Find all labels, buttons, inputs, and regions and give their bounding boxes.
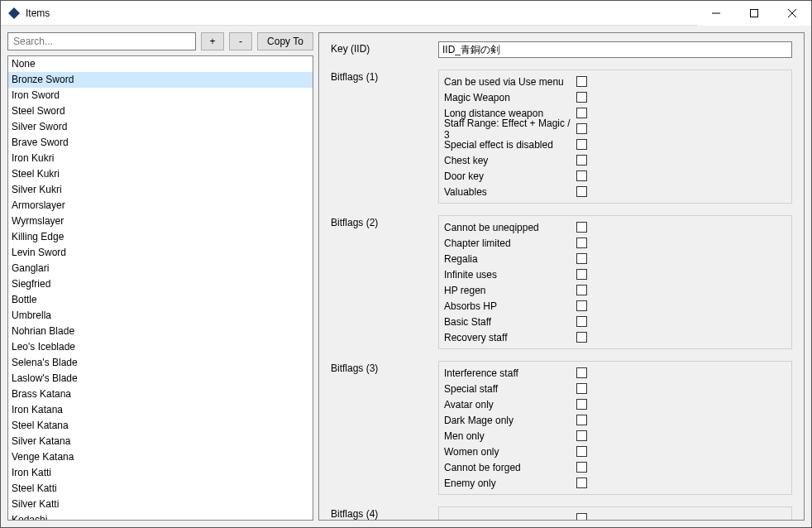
flag-checkbox[interactable]: [576, 415, 587, 425]
list-item[interactable]: Steel Katana: [8, 418, 313, 434]
list-item[interactable]: Bronze Sword: [8, 72, 313, 88]
list-item[interactable]: Iron Kukri: [8, 151, 313, 166]
list-item[interactable]: Umbrella: [8, 308, 313, 324]
list-item[interactable]: Iron Katana: [8, 402, 313, 418]
flag-checkbox[interactable]: [576, 332, 587, 343]
flag-row: Avatar only: [444, 396, 786, 412]
list-item[interactable]: Selena's Blade: [8, 355, 313, 371]
list-item[interactable]: Silver Sword: [8, 119, 313, 135]
list-item[interactable]: Laslow's Blade: [8, 371, 313, 386]
flag-group: Can be used via Use menuMagic WeaponLong…: [438, 70, 792, 204]
flag-checkbox[interactable]: [576, 186, 587, 197]
list-item[interactable]: Brave Sword: [8, 135, 313, 151]
flag-label: Avatar only: [444, 399, 576, 410]
list-item[interactable]: Wyrmslayer: [8, 214, 313, 229]
bitflags-row: Bitflags (4): [331, 506, 792, 521]
flag-row: Special staff: [444, 381, 786, 396]
flag-label: Chest key: [444, 155, 576, 166]
flag-checkbox[interactable]: [576, 300, 587, 311]
flag-label: Recovery staff: [444, 332, 576, 343]
flag-checkbox[interactable]: [576, 285, 587, 295]
list-item[interactable]: Leo's Iceblade: [8, 339, 313, 355]
flag-checkbox[interactable]: [576, 446, 587, 457]
flag-checkbox[interactable]: [576, 222, 587, 233]
flag-row: HP regen: [444, 282, 786, 298]
flag-checkbox[interactable]: [576, 238, 587, 248]
flag-checkbox[interactable]: [576, 478, 587, 488]
list-item[interactable]: Iron Sword: [8, 88, 313, 103]
flag-checkbox[interactable]: [576, 316, 587, 327]
list-item[interactable]: Brass Katana: [8, 386, 313, 402]
flag-row: Enemy only: [444, 475, 786, 491]
list-item[interactable]: Iron Katti: [8, 465, 313, 481]
bitflags-row: Bitflags (3)Interference staffSpecial st…: [331, 361, 792, 495]
group-label: Bitflags (4): [331, 506, 438, 521]
list-item[interactable]: Silver Kukri: [8, 182, 313, 198]
flag-checkbox[interactable]: [576, 383, 587, 394]
list-item[interactable]: Ganglari: [8, 261, 313, 276]
flag-checkbox[interactable]: [576, 430, 587, 441]
flag-row: Magic Weapon: [444, 89, 786, 105]
flag-checkbox[interactable]: [576, 367, 587, 378]
app-icon: [7, 7, 21, 20]
list-item[interactable]: Bottle: [8, 292, 313, 308]
key-row: Key (IID): [331, 41, 792, 58]
flag-checkbox[interactable]: [576, 155, 587, 166]
list-item[interactable]: Kodachi: [8, 512, 313, 521]
list-item[interactable]: None: [8, 56, 313, 72]
item-list[interactable]: NoneBronze SwordIron SwordSteel SwordSil…: [7, 55, 313, 521]
list-item[interactable]: Armorslayer: [8, 198, 313, 214]
flag-row: Dark Mage only: [444, 412, 786, 428]
list-item[interactable]: Steel Kukri: [8, 166, 313, 182]
flag-checkbox[interactable]: [576, 253, 587, 264]
add-button[interactable]: +: [201, 32, 224, 50]
flag-checkbox[interactable]: [576, 76, 587, 87]
flag-label: Cannot be forged: [444, 462, 576, 473]
list-item[interactable]: Siegfried: [8, 276, 313, 292]
flag-label: Basic Staff: [444, 316, 576, 328]
copy-to-button[interactable]: Copy To: [257, 32, 313, 50]
key-input[interactable]: [438, 41, 792, 58]
flag-row: Interference staff: [444, 365, 786, 381]
flag-label: Cannot be uneqipped: [444, 222, 576, 233]
flag-row: Door key: [444, 168, 786, 184]
window-title: Items: [26, 7, 50, 19]
flag-label: Absorbs HP: [444, 300, 576, 312]
list-item[interactable]: Levin Sword: [8, 245, 313, 261]
list-item[interactable]: Steel Katti: [8, 481, 313, 497]
flag-label: Staff Range: Effect + Magic / 3: [444, 118, 576, 141]
list-item[interactable]: Steel Sword: [8, 103, 313, 119]
flag-checkbox[interactable]: [576, 92, 587, 103]
list-item[interactable]: Silver Katana: [8, 434, 313, 449]
flag-label: Interference staff: [444, 367, 576, 379]
flag-checkbox[interactable]: [576, 170, 587, 181]
search-input[interactable]: [7, 32, 196, 50]
list-item[interactable]: Killing Edge: [8, 229, 313, 245]
list-item[interactable]: Venge Katana: [8, 449, 313, 465]
flag-checkbox[interactable]: [576, 269, 587, 280]
flag-checkbox[interactable]: [576, 108, 587, 118]
details-panel[interactable]: Key (IID) Bitflags (1)Can be used via Us…: [318, 32, 805, 521]
maximize-button[interactable]: [735, 1, 773, 26]
flag-label: Men only: [444, 430, 576, 442]
titlebar: Items: [1, 1, 811, 26]
group-label: Bitflags (1): [331, 70, 438, 204]
minimize-button[interactable]: [697, 1, 735, 26]
flag-checkbox[interactable]: [576, 139, 587, 150]
flag-checkbox[interactable]: [576, 513, 587, 521]
flag-checkbox[interactable]: [576, 462, 587, 473]
remove-button[interactable]: -: [229, 32, 252, 50]
bitflags-row: Bitflags (1)Can be used via Use menuMagi…: [331, 70, 792, 204]
flag-checkbox[interactable]: [576, 123, 587, 134]
flag-label: Magic Weapon: [444, 92, 576, 103]
flag-row: Can be used via Use menu: [444, 74, 786, 89]
toolbar: + - Copy To: [7, 32, 313, 50]
svg-rect-2: [751, 9, 758, 17]
close-button[interactable]: [773, 1, 811, 26]
list-item[interactable]: Silver Katti: [8, 497, 313, 512]
flag-row: [444, 511, 786, 521]
flag-checkbox[interactable]: [576, 399, 587, 410]
group-label: Bitflags (3): [331, 361, 438, 495]
flag-row: Absorbs HP: [444, 298, 786, 314]
list-item[interactable]: Nohrian Blade: [8, 324, 313, 339]
